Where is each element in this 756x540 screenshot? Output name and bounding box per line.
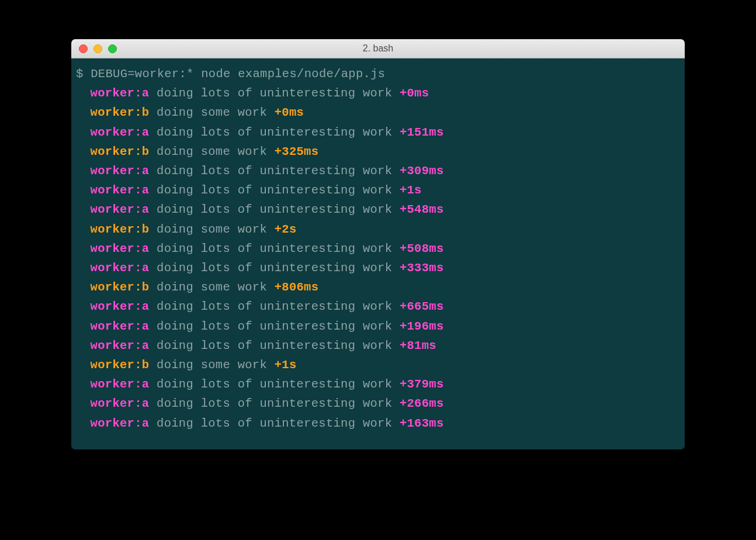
debug-timestamp: +151ms [400, 126, 444, 139]
debug-namespace: worker:b [91, 358, 150, 372]
debug-timestamp: +379ms [400, 378, 444, 391]
log-line: worker:a doing lots of uninteresting wor… [76, 84, 680, 103]
debug-timestamp: +508ms [400, 242, 444, 255]
close-icon[interactable] [79, 44, 88, 53]
command-line: $ DEBUG=worker:* node examples/node/app.… [76, 64, 680, 84]
debug-namespace: worker:b [91, 281, 150, 294]
debug-namespace: worker:a [91, 378, 150, 391]
prompt-symbol: $ [76, 67, 91, 81]
debug-timestamp: +196ms [400, 320, 444, 333]
log-line: worker:b doing some work +2s [76, 220, 680, 239]
log-line: worker:b doing some work +325ms [76, 142, 680, 161]
log-line: worker:a doing lots of uninteresting wor… [76, 239, 680, 258]
log-line: worker:b doing some work +1s [76, 355, 680, 375]
debug-timestamp: +548ms [400, 203, 444, 216]
debug-namespace: worker:a [91, 184, 150, 197]
titlebar[interactable]: 2. bash [71, 39, 685, 58]
debug-namespace: worker:a [91, 339, 150, 352]
debug-message: doing lots of uninteresting work [157, 261, 392, 275]
debug-message: doing some work [157, 358, 267, 372]
log-line: worker:a doing lots of uninteresting wor… [76, 394, 680, 413]
debug-timestamp: +266ms [400, 397, 444, 410]
zoom-icon[interactable] [108, 44, 117, 53]
minimize-icon[interactable] [93, 44, 102, 53]
debug-message: doing lots of uninteresting work [157, 164, 392, 178]
log-line: worker:a doing lots of uninteresting wor… [76, 317, 680, 336]
debug-timestamp: +2s [275, 223, 297, 236]
command-text: DEBUG=worker:* node examples/node/app.js [91, 67, 385, 81]
debug-namespace: worker:a [91, 242, 150, 255]
log-line: worker:b doing some work +806ms [76, 278, 680, 297]
log-line: worker:a doing lots of uninteresting wor… [76, 297, 680, 316]
debug-timestamp: +333ms [400, 261, 444, 275]
debug-message: doing lots of uninteresting work [157, 417, 392, 430]
debug-namespace: worker:b [91, 223, 150, 236]
debug-message: doing some work [157, 106, 267, 119]
debug-timestamp: +1s [275, 358, 297, 372]
debug-timestamp: +0ms [275, 106, 304, 119]
debug-namespace: worker:a [91, 397, 150, 410]
log-line: worker:a doing lots of uninteresting wor… [76, 161, 680, 181]
traffic-lights [79, 44, 117, 53]
debug-timestamp: +325ms [275, 145, 319, 158]
debug-message: doing lots of uninteresting work [157, 397, 392, 410]
debug-message: doing lots of uninteresting work [157, 184, 392, 197]
window-title: 2. bash [71, 43, 685, 54]
debug-message: doing lots of uninteresting work [157, 339, 392, 352]
log-line: worker:a doing lots of uninteresting wor… [76, 336, 680, 355]
debug-timestamp: +163ms [400, 417, 444, 430]
debug-namespace: worker:a [91, 126, 150, 139]
debug-message: doing lots of uninteresting work [157, 378, 392, 391]
debug-timestamp: +81ms [400, 339, 436, 352]
debug-message: doing lots of uninteresting work [157, 320, 392, 333]
debug-namespace: worker:a [91, 261, 150, 275]
log-line: worker:a doing lots of uninteresting wor… [76, 123, 680, 142]
debug-message: doing lots of uninteresting work [157, 86, 392, 100]
debug-timestamp: +806ms [275, 281, 319, 294]
debug-namespace: worker:a [91, 320, 150, 333]
debug-namespace: worker:a [91, 417, 150, 430]
debug-timestamp: +1s [400, 184, 422, 197]
debug-timestamp: +0ms [400, 86, 429, 100]
log-line: worker:a doing lots of uninteresting wor… [76, 258, 680, 278]
log-line: worker:a doing lots of uninteresting wor… [76, 414, 680, 433]
debug-message: doing lots of uninteresting work [157, 300, 392, 313]
debug-namespace: worker:b [91, 106, 150, 119]
log-line: worker:b doing some work +0ms [76, 103, 680, 122]
log-output: worker:a doing lots of uninteresting wor… [76, 84, 680, 433]
debug-message: doing some work [157, 281, 267, 294]
debug-message: doing some work [157, 145, 267, 158]
debug-namespace: worker:a [91, 300, 150, 313]
log-line: worker:a doing lots of uninteresting wor… [76, 181, 680, 200]
debug-namespace: worker:a [91, 164, 150, 178]
log-line: worker:a doing lots of uninteresting wor… [76, 375, 680, 394]
debug-message: doing lots of uninteresting work [157, 203, 392, 216]
debug-timestamp: +309ms [400, 164, 444, 178]
debug-namespace: worker:b [91, 145, 150, 158]
debug-namespace: worker:a [91, 203, 150, 216]
terminal-body[interactable]: $ DEBUG=worker:* node examples/node/app.… [71, 58, 685, 449]
debug-message: doing lots of uninteresting work [157, 126, 392, 139]
debug-message: doing some work [157, 223, 267, 236]
terminal-window: 2. bash $ DEBUG=worker:* node examples/n… [71, 39, 685, 449]
log-line: worker:a doing lots of uninteresting wor… [76, 200, 680, 219]
debug-message: doing lots of uninteresting work [157, 242, 392, 255]
debug-namespace: worker:a [91, 86, 150, 100]
debug-timestamp: +665ms [400, 300, 444, 313]
